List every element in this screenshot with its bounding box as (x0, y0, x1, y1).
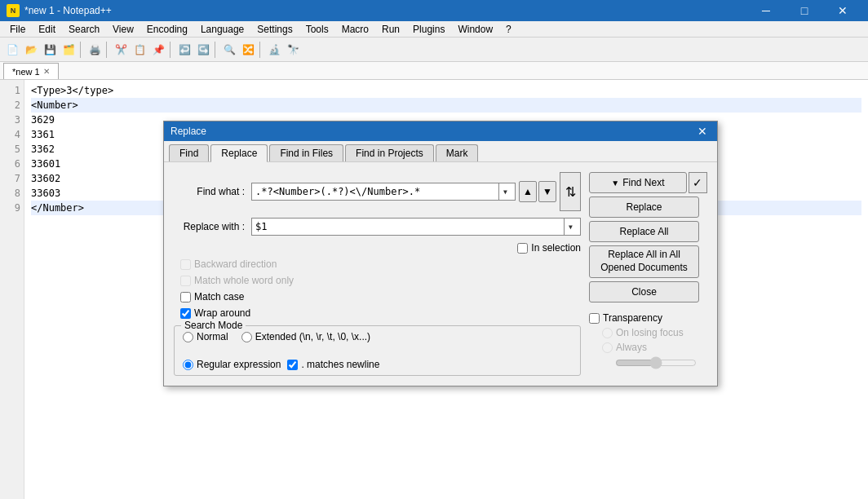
extended-radio[interactable] (241, 332, 252, 342)
always-radio-label[interactable]: Always (602, 342, 707, 353)
window-close-button[interactable]: ✕ (824, 0, 861, 21)
menu-bar: File Edit Search View Encoding Language … (0, 21, 868, 38)
dialog-title-bar: Replace ✕ (164, 121, 717, 141)
tb-zoom-in[interactable]: 🔬 (265, 41, 283, 59)
replace-all-in-all-button[interactable]: Replace All in All Opened Documents (589, 245, 699, 278)
doc-tab-new1[interactable]: *new 1 ✕ (3, 63, 59, 79)
match-whole-word-row: Match whole word only (174, 275, 581, 286)
find-prev-button[interactable]: ▲ (519, 181, 537, 202)
tb-zoom-out[interactable]: 🔭 (284, 41, 302, 59)
replace-with-row: Replace with : $1 ▼ (174, 218, 581, 236)
menu-help[interactable]: ? (499, 22, 518, 37)
tab-find-in-projects[interactable]: Find in Projects (345, 144, 434, 161)
on-losing-focus-label[interactable]: On losing focus (602, 327, 707, 338)
match-whole-word-label[interactable]: Match whole word only (180, 275, 294, 286)
editor-area: 1 2 3 4 5 6 7 8 9 <Type>3</type> <Number… (0, 80, 868, 499)
wrap-around-label[interactable]: Wrap around (180, 307, 250, 319)
backward-direction-row: Backward direction (174, 258, 581, 270)
extended-radio-label[interactable]: Extended (\n, \r, \t, \0, \x...) (241, 331, 370, 342)
line-num-9: 9 (2, 201, 20, 215)
maximize-button[interactable]: □ (786, 0, 823, 21)
backward-direction-checkbox[interactable] (180, 259, 191, 270)
transparency-checkbox[interactable] (589, 313, 600, 324)
normal-radio[interactable] (183, 332, 193, 342)
menu-run[interactable]: Run (375, 22, 406, 37)
doc-tab-close[interactable]: ✕ (43, 67, 50, 76)
transparency-slider[interactable] (615, 356, 697, 369)
find-next-button-main[interactable]: ▼ Find Next (589, 172, 687, 193)
find-what-row: Find what : .*?<Number>(.*?)<\/Number>.*… (174, 172, 581, 211)
match-case-label[interactable]: Match case (180, 291, 244, 302)
replace-dialog[interactable]: Replace ✕ Find Replace Find in Files Fin… (163, 121, 718, 386)
normal-radio-label[interactable]: Normal (183, 331, 228, 342)
tb-paste[interactable]: 📌 (149, 41, 167, 59)
find-next-checkmark-button[interactable]: ✓ (689, 172, 707, 193)
menu-search[interactable]: Search (62, 22, 106, 37)
menu-edit[interactable]: Edit (32, 22, 62, 37)
tb-redo[interactable]: ↪️ (194, 41, 212, 59)
line-num-3: 3 (2, 113, 20, 127)
on-losing-focus-radio[interactable] (602, 328, 613, 338)
wrap-around-row: Wrap around (174, 307, 581, 319)
find-what-dropdown-arrow[interactable]: ▼ (498, 183, 512, 200)
matches-newline-checkbox[interactable] (287, 360, 298, 370)
toolbar-separator-5 (259, 42, 263, 58)
menu-file[interactable]: File (3, 22, 32, 37)
tb-print[interactable]: 🖨️ (86, 41, 104, 59)
tb-copy[interactable]: 📋 (131, 41, 148, 59)
replace-with-combobox[interactable]: $1 ▼ (251, 218, 581, 236)
menu-plugins[interactable]: Plugins (406, 22, 451, 37)
tb-new[interactable]: 📄 (3, 41, 21, 59)
menu-window[interactable]: Window (451, 22, 499, 37)
dialog-close-button[interactable]: ✕ (694, 124, 711, 139)
backward-direction-label[interactable]: Backward direction (180, 258, 277, 270)
tab-replace[interactable]: Replace (210, 144, 268, 162)
tb-replace[interactable]: 🔀 (239, 41, 257, 59)
find-what-combobox[interactable]: .*?<Number>(.*?)<\/Number>.* ▼ (251, 183, 516, 201)
match-whole-word-checkbox[interactable] (180, 276, 191, 286)
tb-save[interactable]: 💾 (41, 41, 59, 59)
tab-find-in-files[interactable]: Find in Files (269, 144, 343, 161)
doc-tab-label: *new 1 (12, 67, 40, 77)
always-radio[interactable] (602, 342, 613, 353)
menu-view[interactable]: View (106, 22, 140, 37)
matches-newline-label[interactable]: . matches newline (287, 359, 379, 370)
tb-cut[interactable]: ✂️ (112, 41, 130, 59)
swap-button[interactable]: ⇅ (560, 172, 581, 211)
regex-radio[interactable] (183, 360, 193, 370)
replace-with-value: $1 (255, 221, 564, 232)
wrap-around-checkbox[interactable] (180, 308, 191, 319)
in-selection-checkbox[interactable] (517, 243, 528, 254)
code-line-2: <Number> (31, 98, 861, 113)
search-mode-label: Search Mode (181, 320, 246, 331)
minimize-button[interactable]: ─ (747, 0, 785, 21)
menu-encoding[interactable]: Encoding (140, 22, 194, 37)
tb-find[interactable]: 🔍 (220, 41, 238, 59)
tab-mark[interactable]: Mark (436, 144, 479, 161)
menu-macro[interactable]: Macro (335, 22, 375, 37)
search-mode-section: Search Mode Normal Extended (\n, \r, \t,… (174, 325, 581, 376)
tb-undo[interactable]: ↩️ (175, 41, 193, 59)
close-dialog-button[interactable]: Close (589, 281, 699, 302)
dialog-left-panel: Find what : .*?<Number>(.*?)<\/Number>.*… (174, 172, 581, 376)
menu-language[interactable]: Language (194, 22, 250, 37)
window-title: *new 1 - Notepad++ (24, 5, 747, 16)
in-selection-row: In selection (174, 242, 581, 254)
replace-with-dropdown-arrow[interactable]: ▼ (564, 219, 577, 235)
find-what-value: .*?<Number>(.*?)<\/Number>.* (255, 186, 498, 197)
in-selection-label[interactable]: In selection (517, 242, 581, 254)
line-num-7: 7 (2, 171, 20, 186)
tb-open[interactable]: 📂 (22, 41, 40, 59)
tb-save-all[interactable]: 🗂️ (60, 41, 78, 59)
tab-find[interactable]: Find (169, 144, 209, 161)
find-what-label: Find what : (174, 186, 251, 197)
find-next-button[interactable]: ▼ (538, 181, 556, 202)
menu-tools[interactable]: Tools (299, 22, 335, 37)
toolbar-separator-2 (106, 42, 109, 58)
line-num-5: 5 (2, 142, 20, 157)
match-case-checkbox[interactable] (180, 292, 191, 302)
replace-button[interactable]: Replace (589, 197, 699, 218)
replace-all-button[interactable]: Replace All (589, 221, 699, 242)
regex-radio-label[interactable]: Regular expression (183, 359, 281, 370)
menu-settings[interactable]: Settings (250, 22, 299, 37)
